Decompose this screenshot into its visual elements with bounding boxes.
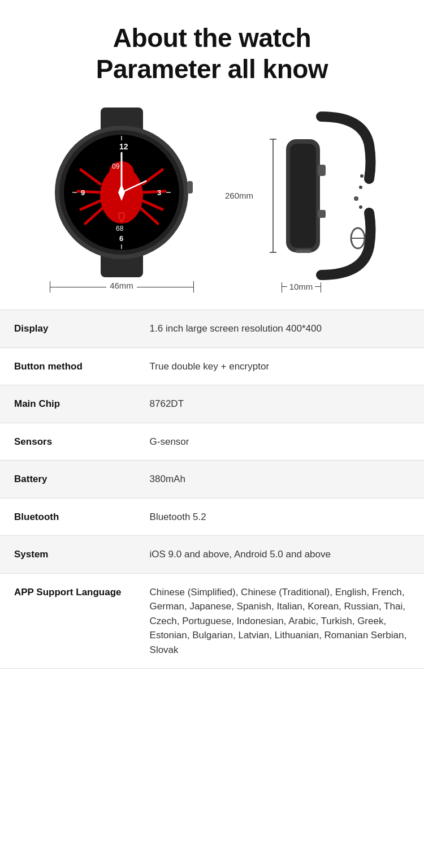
spec-value-3: G-sensor (136, 423, 424, 461)
svg-text:260mm: 260mm (225, 191, 253, 200)
watch-front-svg: 12 3 9 6 09 68 (47, 108, 197, 277)
spec-label-6: System (0, 536, 136, 574)
spec-row-7: APP Support LanguageChinese (Simplified)… (0, 573, 424, 669)
svg-point-43 (359, 205, 362, 209)
svg-line-12 (143, 191, 165, 192)
svg-text:12: 12 (119, 142, 128, 151)
spec-label-4: Battery (0, 461, 136, 499)
page-title: About the watch Parameter all know (17, 23, 407, 85)
side-dimension-ticks (282, 282, 321, 293)
spec-value-7: Chinese (Simplified), Chinese (Tradition… (136, 573, 424, 669)
svg-point-42 (360, 174, 364, 178)
spec-label-1: Button method (0, 347, 136, 385)
spec-value-1: True double key + encryptor (136, 347, 424, 385)
svg-rect-34 (318, 210, 326, 218)
watch-front-view: 12 3 9 6 09 68 46mm (47, 108, 197, 293)
svg-text:9: 9 (81, 188, 85, 197)
spec-label-5: Bluetooth (0, 498, 136, 536)
spec-row-2: Main Chip8762DT (0, 385, 424, 423)
spec-row-0: Display1.6 inch large screen resolution … (0, 310, 424, 348)
svg-text:09: 09 (112, 162, 120, 170)
svg-point-41 (359, 186, 362, 189)
svg-rect-35 (296, 250, 311, 253)
svg-rect-24 (187, 181, 193, 194)
page-header: About the watch Parameter all know (0, 0, 424, 96)
spec-label-7: APP Support Language (0, 573, 136, 669)
watch-side-view: 260mm 10mm (202, 111, 378, 293)
watch-diagrams: 12 3 9 6 09 68 46mm (0, 96, 424, 293)
spec-value-5: Bluetooth 5.2 (136, 498, 424, 536)
spec-value-2: 8762DT (136, 385, 424, 423)
spec-label-2: Main Chip (0, 385, 136, 423)
svg-text:3: 3 (157, 188, 161, 197)
spec-row-5: BluetoothBluetooth 5.2 (0, 498, 424, 536)
front-dimension-ticks (50, 281, 194, 293)
spec-row-3: SensorsG-sensor (0, 423, 424, 461)
svg-rect-32 (290, 144, 316, 248)
spec-row-1: Button methodTrue double key + encryptor (0, 347, 424, 385)
spec-value-4: 380mAh (136, 461, 424, 499)
spec-value-6: iOS 9.0 and above, Android 5.0 and above (136, 536, 424, 574)
svg-text:6: 6 (119, 234, 123, 243)
spec-value-0: 1.6 inch large screen resolution 400*400 (136, 310, 424, 348)
specs-table: Display1.6 inch large screen resolution … (0, 310, 424, 669)
svg-point-40 (354, 196, 358, 201)
spec-label-3: Sensors (0, 423, 136, 461)
spec-row-4: Battery380mAh (0, 461, 424, 499)
svg-rect-33 (318, 165, 326, 176)
spec-row-6: SystemiOS 9.0 and above, Android 5.0 and… (0, 536, 424, 574)
watch-side-svg: 260mm (202, 111, 378, 281)
svg-text:68: 68 (116, 225, 124, 233)
spec-label-0: Display (0, 310, 136, 348)
